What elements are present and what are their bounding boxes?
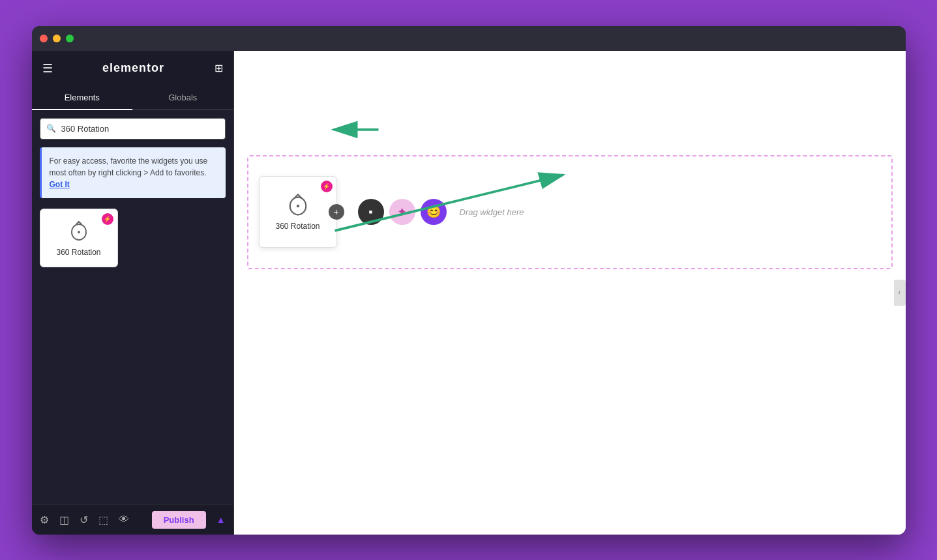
settings-icon[interactable]: ⚙ bbox=[40, 514, 49, 526]
info-box: For easy access, favorite the widgets yo… bbox=[40, 147, 226, 198]
search-input[interactable] bbox=[40, 118, 226, 140]
sidebar: ☰ elementor ⊞ Elements Globals 🔍 For eas… bbox=[32, 51, 234, 535]
rotation-icon bbox=[66, 219, 92, 245]
drop-zone[interactable]: ⚡ 360 Rotation + bbox=[247, 155, 893, 269]
publish-button[interactable]: Publish bbox=[152, 511, 206, 529]
canvas-widget-label: 360 Rotation bbox=[275, 222, 320, 231]
eye-icon[interactable]: 👁 bbox=[119, 514, 129, 525]
tool-icon-square[interactable]: ▪ bbox=[358, 199, 384, 225]
svg-point-1 bbox=[296, 205, 299, 207]
maximize-dot[interactable] bbox=[66, 35, 74, 42]
canvas-area: ⚡ 360 Rotation + bbox=[234, 51, 906, 535]
got-it-link[interactable]: Got It bbox=[50, 180, 70, 189]
canvas-widget-badge: ⚡ bbox=[321, 181, 333, 192]
hamburger-icon[interactable]: ☰ bbox=[42, 61, 53, 76]
info-text: For easy access, favorite the widgets yo… bbox=[50, 156, 208, 177]
close-dot[interactable] bbox=[40, 35, 48, 42]
chevron-up-icon[interactable]: ▲ bbox=[216, 514, 226, 525]
widget-card-label: 360 Rotation bbox=[56, 248, 100, 257]
tab-elements[interactable]: Elements bbox=[32, 86, 133, 110]
sidebar-header: ☰ elementor ⊞ bbox=[32, 51, 233, 86]
tool-icon-sparkle[interactable]: ✦ bbox=[389, 199, 415, 225]
canvas-inner: ⚡ 360 Rotation + bbox=[234, 51, 906, 535]
arrows-overlay bbox=[234, 51, 906, 535]
responsive-icon[interactable]: ⬚ bbox=[98, 514, 108, 526]
grid-icon[interactable]: ⊞ bbox=[215, 62, 223, 74]
main-area: ☰ elementor ⊞ Elements Globals 🔍 For eas… bbox=[32, 51, 906, 535]
history-icon[interactable]: ↺ bbox=[80, 514, 88, 526]
tab-globals[interactable]: Globals bbox=[132, 86, 233, 110]
sidebar-tabs: Elements Globals bbox=[32, 86, 233, 110]
drag-hint: Drag widget here bbox=[460, 207, 524, 217]
widget-card-360rotation[interactable]: ⚡ 360 Rotation bbox=[40, 209, 118, 267]
search-icon: 🔍 bbox=[46, 124, 56, 133]
bottom-bar: ⚙ ◫ ↺ ⬚ 👁 Publish ▲ bbox=[32, 505, 233, 535]
widget-badge: ⚡ bbox=[102, 213, 113, 225]
tool-icons: ▪ ✦ 😊 bbox=[358, 199, 447, 225]
layers-icon[interactable]: ◫ bbox=[59, 514, 69, 526]
titlebar bbox=[32, 26, 906, 51]
elementor-logo: elementor bbox=[102, 61, 164, 75]
minimize-dot[interactable] bbox=[53, 35, 61, 42]
search-box: 🔍 bbox=[40, 118, 226, 140]
sidebar-collapse-button[interactable]: ‹ bbox=[894, 280, 906, 306]
canvas-widget-preview[interactable]: ⚡ 360 Rotation + bbox=[259, 176, 337, 248]
widget-add-button[interactable]: + bbox=[329, 204, 344, 220]
sidebar-content: 🔍 For easy access, favorite the widgets … bbox=[32, 110, 233, 505]
canvas-rotation-icon bbox=[285, 193, 311, 219]
tool-icon-emoji[interactable]: 😊 bbox=[421, 199, 447, 225]
app-window: ☰ elementor ⊞ Elements Globals 🔍 For eas… bbox=[32, 26, 906, 535]
svg-point-0 bbox=[78, 231, 80, 233]
